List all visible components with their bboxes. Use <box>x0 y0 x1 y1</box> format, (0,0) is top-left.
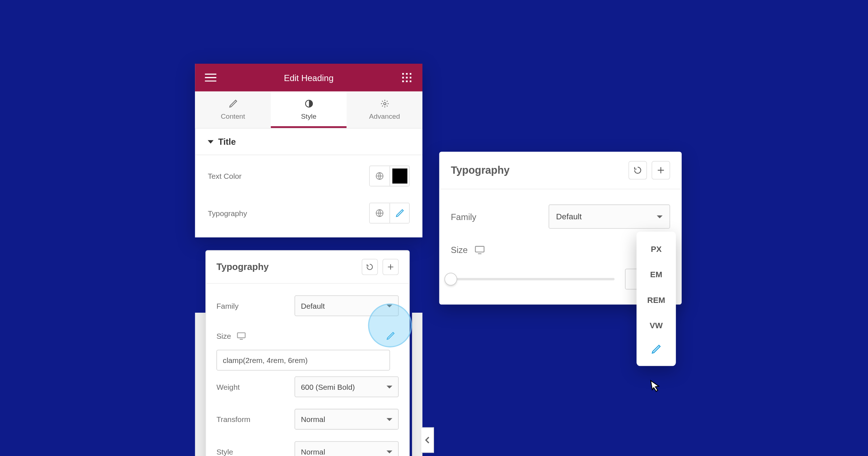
svg-rect-14 <box>476 246 484 252</box>
fontstyle-select[interactable]: Normal <box>294 441 399 456</box>
global-typography-button[interactable] <box>370 203 389 223</box>
panel-right-gutter <box>412 313 422 456</box>
unit-option-px[interactable]: PX <box>637 236 676 262</box>
pencil-icon <box>651 344 661 354</box>
svg-rect-6 <box>402 80 404 82</box>
svg-rect-2 <box>410 73 412 75</box>
panel-header: Edit Heading <box>195 64 422 92</box>
pointer-cursor-icon <box>645 377 666 400</box>
plus-icon <box>656 166 665 175</box>
style-rows: Text Color Typography <box>195 155 422 237</box>
pencil-icon <box>228 98 238 109</box>
size-label: Size <box>216 332 231 340</box>
global-color-button[interactable] <box>370 166 389 186</box>
slider-thumb[interactable] <box>445 273 456 285</box>
tab-style[interactable]: Style <box>271 92 347 128</box>
panel-left-gutter <box>195 313 205 456</box>
chevron-left-icon <box>425 436 430 444</box>
weight-value: 600 (Semi Bold) <box>301 383 355 391</box>
caret-down-icon <box>387 385 392 388</box>
undo-icon <box>366 263 374 271</box>
globe-icon <box>375 172 384 181</box>
panel-title: Edit Heading <box>284 73 333 83</box>
field-style: Style Normal <box>216 435 399 456</box>
reset-button[interactable] <box>629 161 647 180</box>
tab-content[interactable]: Content <box>195 92 271 128</box>
fontstyle-label: Style <box>216 447 233 456</box>
svg-point-10 <box>383 102 386 105</box>
desktop-device-icon[interactable] <box>237 332 246 340</box>
size-custom-button[interactable] <box>383 328 399 344</box>
panel2-family-select[interactable]: Default <box>549 204 670 229</box>
apps-grid-icon[interactable] <box>400 71 413 84</box>
typography-panel-header: Typography <box>439 152 681 189</box>
svg-rect-8 <box>410 80 412 82</box>
text-color-label: Text Color <box>208 172 242 180</box>
pencil-icon <box>395 208 404 218</box>
size-custom-input[interactable] <box>216 350 390 371</box>
panel2-family-label: Family <box>451 212 476 221</box>
field-transform: Transform Normal <box>216 403 399 436</box>
section-title-label: Title <box>218 137 236 147</box>
color-swatch-button[interactable] <box>390 166 409 186</box>
typography-panel-actions <box>629 161 670 180</box>
hamburger-menu-icon[interactable] <box>204 71 217 84</box>
color-swatch <box>392 169 407 184</box>
family-label: Family <box>216 301 238 310</box>
fontstyle-value: Normal <box>301 447 325 456</box>
popover-header: Typography <box>206 251 409 284</box>
typography-label: Typography <box>208 209 247 218</box>
panel2-field-family: Family Default <box>451 196 670 237</box>
tab-content-label: Content <box>221 112 245 120</box>
size-slider[interactable] <box>451 278 614 280</box>
caret-down-icon <box>387 450 392 453</box>
reset-button[interactable] <box>362 259 378 275</box>
contrast-icon <box>303 98 314 109</box>
add-button[interactable] <box>383 259 399 275</box>
tab-advanced[interactable]: Advanced <box>346 92 422 128</box>
field-family: Family Default <box>216 290 399 322</box>
desktop-device-icon[interactable] <box>475 245 485 254</box>
panel2-family-value: Default <box>556 212 582 221</box>
edit-typography-button[interactable] <box>390 203 409 223</box>
gear-icon <box>379 98 390 109</box>
svg-rect-7 <box>406 80 408 82</box>
transform-select[interactable]: Normal <box>294 409 399 430</box>
caret-down-icon <box>208 140 213 143</box>
pencil-icon <box>386 331 395 341</box>
unit-option-vw[interactable]: VW <box>637 313 676 338</box>
typography-popover: Typography Family Default Size <box>205 250 410 456</box>
popover-actions <box>362 259 399 275</box>
transform-label: Transform <box>216 415 250 423</box>
caret-down-icon <box>387 418 392 421</box>
editor-panel: Edit Heading Content Style <box>195 64 422 237</box>
section-title-toggle[interactable]: Title <box>195 128 422 155</box>
collapse-panel-button[interactable] <box>421 427 434 453</box>
family-value: Default <box>301 301 325 310</box>
unit-option-em[interactable]: EM <box>637 262 676 287</box>
panel-tabs: Content Style Advanced <box>195 92 422 128</box>
unit-option-rem[interactable]: REM <box>637 287 676 313</box>
row-typography: Typography <box>208 195 409 232</box>
weight-label: Weight <box>216 383 239 391</box>
tab-advanced-label: Advanced <box>369 112 400 120</box>
row-text-color: Text Color <box>208 157 409 194</box>
svg-rect-4 <box>406 77 408 79</box>
svg-rect-13 <box>238 333 245 338</box>
typography-panel-title: Typography <box>451 164 510 177</box>
caret-down-icon <box>387 304 392 307</box>
caret-down-icon <box>657 215 663 218</box>
globe-icon <box>375 208 384 218</box>
unit-option-custom[interactable] <box>637 338 676 361</box>
add-button[interactable] <box>652 161 670 180</box>
undo-icon <box>633 166 642 175</box>
transform-value: Normal <box>301 415 325 423</box>
family-select[interactable]: Default <box>294 295 399 316</box>
svg-rect-3 <box>402 77 404 79</box>
field-weight: Weight 600 (Semi Bold) <box>216 371 399 403</box>
tab-style-label: Style <box>301 112 316 120</box>
typography-control <box>369 203 410 224</box>
weight-select[interactable]: 600 (Semi Bold) <box>294 376 399 397</box>
panel2-size-label: Size <box>451 245 468 255</box>
field-size: Size <box>216 322 399 350</box>
